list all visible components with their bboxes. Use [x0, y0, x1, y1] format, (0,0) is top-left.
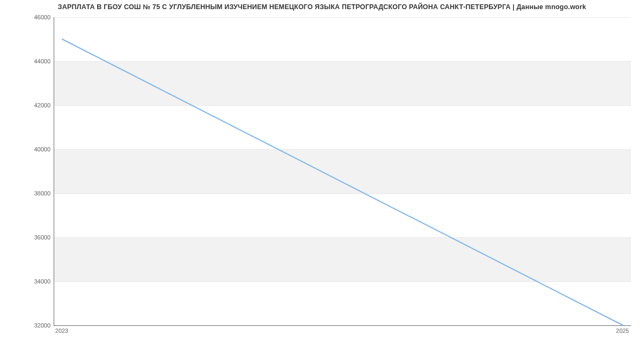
series-line — [62, 39, 623, 325]
y-tick-label: 38000 — [2, 190, 50, 197]
y-tick-label: 46000 — [2, 14, 50, 20]
y-tick-label: 44000 — [2, 58, 50, 64]
y-tick-label: 42000 — [2, 102, 50, 108]
y-tick-label: 40000 — [2, 146, 50, 152]
chart-title: ЗАРПЛАТА В ГБОУ СОШ № 75 С УГЛУБЛЕННЫМ И… — [0, 3, 644, 11]
plot-area — [54, 17, 631, 326]
y-tick-label: 36000 — [2, 234, 50, 241]
x-tick-label: 2025 — [616, 328, 629, 334]
y-tick-label: 32000 — [2, 322, 50, 329]
x-tick-label: 2023 — [55, 328, 68, 334]
line-layer — [54, 17, 631, 325]
y-tick-label: 34000 — [2, 278, 50, 285]
chart-container: ЗАРПЛАТА В ГБОУ СОШ № 75 С УГЛУБЛЕННЫМ И… — [0, 0, 644, 349]
